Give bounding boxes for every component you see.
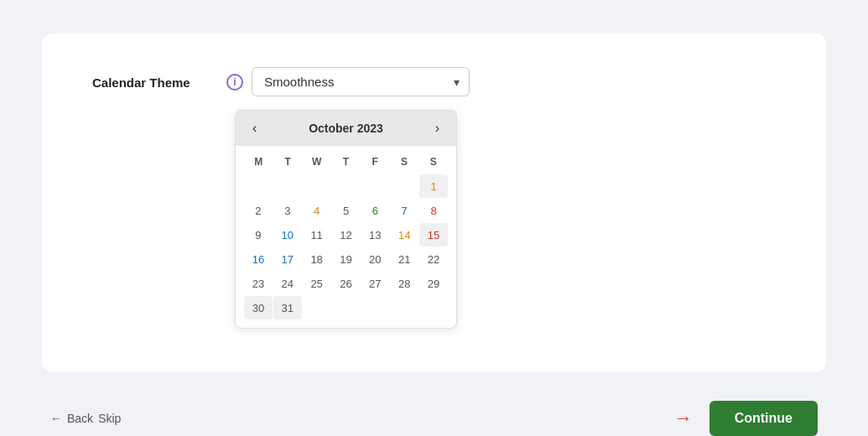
cal-day-21[interactable]: 21 xyxy=(390,247,418,271)
cal-day-4[interactable]: 4 xyxy=(303,199,331,222)
cal-day-empty-5 xyxy=(361,174,389,198)
calendar-body: M T W T F S S 1 xyxy=(236,146,456,328)
weekday-thu: T xyxy=(331,153,361,171)
cal-day-17[interactable]: 17 xyxy=(273,247,302,271)
info-icon[interactable]: i xyxy=(226,74,243,91)
weekday-sat: S xyxy=(390,153,419,171)
calendar-container: ‹ October 2023 › M T W T F S S xyxy=(235,110,457,329)
cal-day-empty-7 xyxy=(303,296,331,319)
cal-day-24[interactable]: 24 xyxy=(273,272,302,295)
cal-day-27[interactable]: 27 xyxy=(361,272,389,295)
form-row: Calendar Theme i Smoothness Cupertino Da… xyxy=(92,67,776,96)
page-wrapper: Calendar Theme i Smoothness Cupertino Da… xyxy=(17,17,851,436)
cal-day-11[interactable]: 11 xyxy=(303,223,331,247)
cal-day-1[interactable]: 1 xyxy=(419,174,448,198)
cal-day-15[interactable]: 15 xyxy=(419,223,448,247)
cal-day-empty-1 xyxy=(244,174,273,198)
weekday-tue: T xyxy=(273,153,303,171)
cal-day-29[interactable]: 29 xyxy=(419,272,448,295)
continue-button[interactable]: Continue xyxy=(709,401,818,436)
cal-day-26[interactable]: 26 xyxy=(332,272,361,295)
cal-day-empty-10 xyxy=(390,296,418,319)
cal-day-16[interactable]: 16 xyxy=(244,247,273,271)
main-card: Calendar Theme i Smoothness Cupertino Da… xyxy=(42,34,826,372)
cal-day-19[interactable]: 19 xyxy=(332,247,361,271)
weekday-wed: W xyxy=(302,153,331,171)
cal-day-7[interactable]: 7 xyxy=(390,199,418,222)
cal-day-20[interactable]: 20 xyxy=(361,247,389,271)
cal-day-empty-2 xyxy=(273,174,302,198)
form-label: Calendar Theme xyxy=(92,67,210,90)
cal-day-2[interactable]: 2 xyxy=(244,199,273,222)
skip-link[interactable]: Skip xyxy=(98,412,121,425)
cal-day-13[interactable]: 13 xyxy=(361,223,389,247)
calendar-days: 1 2 3 4 5 6 7 8 9 10 11 12 13 14 15 xyxy=(244,174,448,319)
calendar-prev-button[interactable]: ‹ xyxy=(247,119,262,138)
cal-day-10[interactable]: 10 xyxy=(273,223,302,247)
cal-day-28[interactable]: 28 xyxy=(390,272,418,295)
footer-right: → Continue xyxy=(674,401,818,436)
calendar-header: ‹ October 2023 › xyxy=(236,111,456,146)
select-wrapper: Smoothness Cupertino Dark Hive Dot Luv E… xyxy=(252,67,470,96)
cal-day-empty-8 xyxy=(332,296,361,319)
cal-day-30[interactable]: 30 xyxy=(244,296,273,319)
cal-day-9[interactable]: 9 xyxy=(244,223,273,247)
footer-bar: ← Back Skip → Continue xyxy=(17,389,851,436)
cal-day-23[interactable]: 23 xyxy=(244,272,273,295)
calendar-title: October 2023 xyxy=(309,122,383,135)
back-skip-links: ← Back Skip xyxy=(50,412,121,425)
arrow-indicator-icon: → xyxy=(674,407,693,429)
weekday-mon: M xyxy=(244,153,273,171)
cal-day-18[interactable]: 18 xyxy=(303,247,331,271)
cal-day-8[interactable]: 8 xyxy=(419,199,448,222)
form-control-wrapper: i Smoothness Cupertino Dark Hive Dot Luv… xyxy=(226,67,470,96)
cal-day-12[interactable]: 12 xyxy=(332,223,361,247)
back-arrow-icon: ← xyxy=(50,412,62,425)
cal-day-14[interactable]: 14 xyxy=(390,223,418,247)
back-link[interactable]: Back xyxy=(67,412,93,425)
cal-day-3[interactable]: 3 xyxy=(273,199,302,222)
cal-day-5[interactable]: 5 xyxy=(332,199,361,222)
weekday-sun: S xyxy=(418,153,448,171)
calendar-weekdays: M T W T F S S xyxy=(244,153,448,171)
cal-day-31[interactable]: 31 xyxy=(273,296,302,319)
cal-day-22[interactable]: 22 xyxy=(419,247,448,271)
calendar-next-button[interactable]: › xyxy=(430,119,444,138)
cal-day-6[interactable]: 6 xyxy=(361,199,389,222)
weekday-fri: F xyxy=(361,153,390,171)
cal-day-empty-4 xyxy=(332,174,361,198)
cal-day-empty-3 xyxy=(303,174,331,198)
cal-day-empty-6 xyxy=(390,174,418,198)
cal-day-empty-9 xyxy=(361,296,389,319)
theme-select[interactable]: Smoothness Cupertino Dark Hive Dot Luv E… xyxy=(252,67,470,96)
cal-day-empty-11 xyxy=(419,296,448,319)
cal-day-25[interactable]: 25 xyxy=(303,272,331,295)
